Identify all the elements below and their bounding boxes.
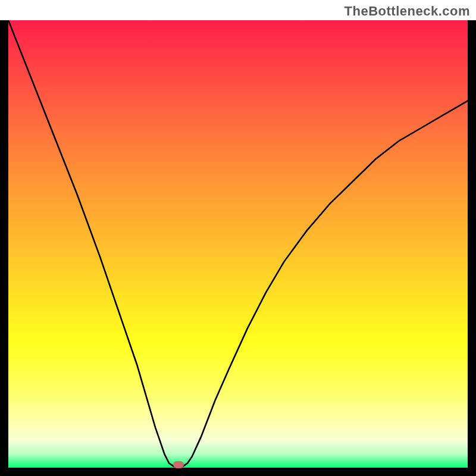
border-left — [0, 20, 8, 468]
border-right — [468, 20, 476, 468]
plot-area — [8, 20, 468, 468]
bottleneck-curve — [8, 20, 468, 468]
border-bottom — [0, 468, 476, 476]
chart-container: TheBottleneck.com — [0, 0, 476, 476]
watermark-text: TheBottleneck.com — [345, 4, 470, 19]
curve-svg — [8, 20, 468, 468]
optimum-marker — [173, 461, 184, 468]
